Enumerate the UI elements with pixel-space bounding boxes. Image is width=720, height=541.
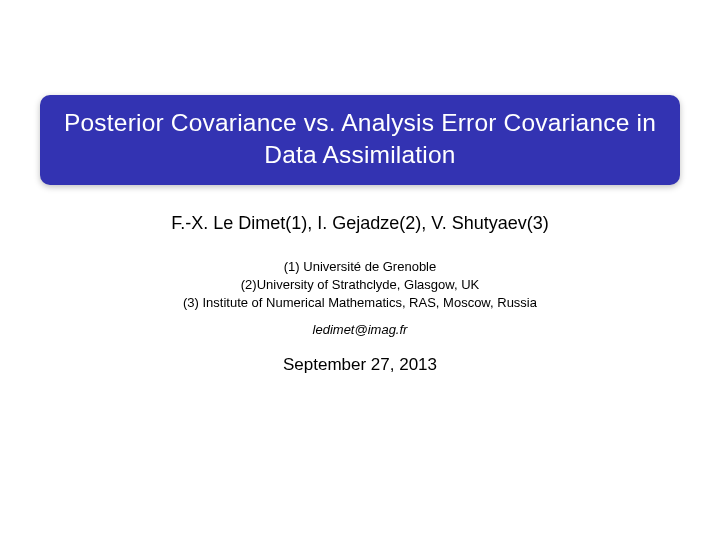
email: ledimet@imag.fr [0, 322, 720, 337]
authors: F.-X. Le Dimet(1), I. Gejadze(2), V. Shu… [0, 213, 720, 234]
affiliation-3: (3) Institute of Numerical Mathematics, … [0, 294, 720, 312]
slide-title: Posterior Covariance vs. Analysis Error … [60, 107, 660, 171]
slide: Posterior Covariance vs. Analysis Error … [0, 95, 720, 541]
title-line-1: Posterior Covariance vs. Analysis Error … [64, 109, 656, 136]
affiliation-2: (2)University of Strathclyde, Glasgow, U… [0, 276, 720, 294]
affiliations: (1) Université de Grenoble (2)University… [0, 258, 720, 313]
title-block: Posterior Covariance vs. Analysis Error … [40, 95, 680, 185]
date: September 27, 2013 [0, 355, 720, 375]
affiliation-1: (1) Université de Grenoble [0, 258, 720, 276]
title-line-2: Data Assimilation [264, 141, 455, 168]
